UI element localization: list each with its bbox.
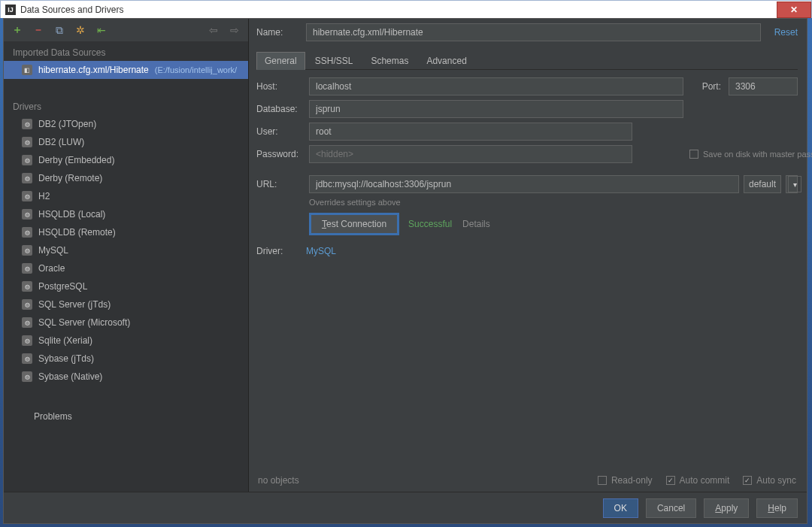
database-icon: ◍ bbox=[22, 263, 32, 274]
driver-label: HSQLDB (Remote) bbox=[38, 227, 116, 238]
settings-icon[interactable]: ✲ bbox=[74, 24, 86, 36]
remove-icon[interactable]: － bbox=[32, 24, 44, 36]
url-mode-dropdown-button[interactable]: ▾ bbox=[786, 175, 798, 193]
driver-row: Driver: MySQL bbox=[256, 246, 798, 256]
database-icon: ◍ bbox=[22, 227, 32, 238]
apply-button[interactable]: Apply bbox=[704, 498, 749, 518]
auto-sync-checkbox[interactable]: Auto sync bbox=[743, 475, 796, 486]
cancel-button[interactable]: Cancel bbox=[646, 498, 696, 518]
database-label: Database: bbox=[256, 104, 303, 114]
user-label: User: bbox=[256, 126, 303, 137]
app-icon: IJ bbox=[5, 5, 16, 15]
save-on-disk-checkbox[interactable] bbox=[689, 150, 698, 159]
auto-commit-checkbox[interactable]: Auto commit bbox=[666, 475, 730, 486]
dialog-body: ＋ － ⧉ ✲ ⇤ ⇦ ⇨ Imported Data Sources ◧ hi… bbox=[3, 18, 807, 524]
database-icon: ◍ bbox=[22, 155, 32, 165]
tab-schemas[interactable]: Schemas bbox=[362, 52, 417, 69]
add-icon[interactable]: ＋ bbox=[11, 24, 23, 36]
driver-label: Oracle bbox=[38, 263, 65, 274]
driver-item[interactable]: ◍Sybase (Native) bbox=[4, 368, 248, 386]
driver-item[interactable]: ◍MySQL bbox=[4, 241, 248, 259]
ok-button[interactable]: OK bbox=[603, 498, 638, 518]
forward-icon[interactable]: ⇨ bbox=[229, 24, 241, 36]
drivers-tree: ◍DB2 (JTOpen)◍DB2 (LUW)◍Derby (Embedded)… bbox=[4, 115, 248, 390]
database-icon: ◍ bbox=[22, 173, 32, 183]
driver-item[interactable]: ◍Sqlite (Xerial) bbox=[4, 332, 248, 350]
host-input[interactable] bbox=[309, 77, 683, 95]
test-connection-button[interactable]: Test Connection bbox=[311, 214, 398, 234]
footer-status: no objects Read-only Auto commit Auto sy… bbox=[256, 469, 798, 492]
data-source-item[interactable]: ◧ hibernate.cfg.xml/Hibernate (E:/fusion… bbox=[4, 61, 248, 79]
test-details-link[interactable]: Details bbox=[462, 219, 490, 229]
database-icon: ◍ bbox=[22, 209, 32, 220]
driver-label: SQL Server (jTds) bbox=[38, 299, 111, 310]
driver-item[interactable]: ◍DB2 (LUW) bbox=[4, 133, 248, 151]
driver-item[interactable]: ◍HSQLDB (Local) bbox=[4, 205, 248, 223]
password-input[interactable] bbox=[309, 145, 632, 163]
driver-label: DB2 (LUW) bbox=[38, 137, 84, 147]
window-title: Data Sources and Drivers bbox=[20, 5, 123, 15]
driver-link[interactable]: MySQL bbox=[306, 246, 336, 256]
host-label: Host: bbox=[256, 81, 303, 92]
tab-advanced[interactable]: Advanced bbox=[418, 52, 474, 69]
database-icon: ◍ bbox=[22, 119, 32, 129]
driver-item[interactable]: ◍Sybase (jTds) bbox=[4, 350, 248, 368]
url-hint: Overrides settings above bbox=[309, 198, 798, 207]
data-source-path: (E:/fusion/intellij_work/ bbox=[155, 65, 237, 74]
database-icon: ◍ bbox=[22, 245, 32, 256]
reset-link[interactable]: Reset bbox=[767, 27, 798, 38]
user-input[interactable] bbox=[309, 123, 632, 141]
test-result: Successful bbox=[408, 219, 452, 229]
section-imported: Imported Data Sources bbox=[4, 41, 248, 61]
url-input[interactable] bbox=[309, 175, 739, 193]
window-close-button[interactable]: ✕ bbox=[777, 2, 811, 18]
url-mode-select[interactable]: default bbox=[744, 175, 781, 193]
help-button[interactable]: Help bbox=[756, 498, 798, 518]
driver-item[interactable]: ◍DB2 (JTOpen) bbox=[4, 115, 248, 133]
dialog-content: ＋ － ⧉ ✲ ⇤ ⇦ ⇨ Imported Data Sources ◧ hi… bbox=[4, 19, 807, 492]
button-bar: OK Cancel Apply Help bbox=[4, 492, 807, 523]
read-only-checkbox[interactable]: Read-only bbox=[598, 475, 653, 486]
test-connection-row: Test Connection Successful Details bbox=[256, 214, 798, 234]
driver-item[interactable]: ◍Derby (Embedded) bbox=[4, 151, 248, 169]
name-label: Name: bbox=[256, 27, 300, 38]
driver-item[interactable]: ◍Oracle bbox=[4, 259, 248, 277]
sidebar: ＋ － ⧉ ✲ ⇤ ⇦ ⇨ Imported Data Sources ◧ hi… bbox=[4, 19, 249, 492]
import-icon[interactable]: ⇤ bbox=[95, 24, 108, 36]
driver-label: Sybase (Native) bbox=[38, 371, 102, 382]
no-objects: no objects bbox=[258, 475, 299, 486]
database-input[interactable] bbox=[309, 100, 683, 118]
driver-label: SQL Server (Microsoft) bbox=[38, 317, 130, 328]
driver-label: Sybase (jTds) bbox=[38, 353, 94, 364]
database-icon: ◍ bbox=[22, 137, 32, 147]
driver-label: HSQLDB (Local) bbox=[38, 209, 105, 220]
port-input[interactable] bbox=[729, 77, 798, 95]
driver-item[interactable]: ◍SQL Server (jTds) bbox=[4, 295, 248, 313]
name-row: Name: Reset bbox=[256, 23, 798, 41]
tab-ssh-ssl[interactable]: SSH/SSL bbox=[307, 52, 362, 69]
driver-label: H2 bbox=[38, 191, 50, 201]
database-icon: ◍ bbox=[22, 335, 32, 346]
database-icon: ◍ bbox=[22, 281, 32, 292]
database-icon: ◍ bbox=[22, 299, 32, 310]
name-input[interactable] bbox=[306, 23, 761, 41]
driver-item[interactable]: ◍HSQLDB (Remote) bbox=[4, 223, 248, 241]
url-mode-value: default bbox=[749, 179, 776, 189]
chevron-down-icon: ▾ bbox=[788, 176, 801, 192]
database-icon: ◍ bbox=[22, 317, 32, 328]
driver-label: Driver: bbox=[256, 246, 300, 256]
database-icon: ◍ bbox=[22, 371, 32, 382]
driver-item[interactable]: ◍SQL Server (Microsoft) bbox=[4, 313, 248, 332]
url-grid: URL: default ▾ Overrides settings above bbox=[256, 175, 798, 207]
copy-icon[interactable]: ⧉ bbox=[53, 24, 65, 36]
driver-item[interactable]: ◍H2 bbox=[4, 187, 248, 205]
datasource-icon: ◧ bbox=[22, 65, 32, 75]
url-label: URL: bbox=[256, 179, 303, 189]
database-icon: ◍ bbox=[22, 353, 32, 364]
driver-item[interactable]: ◍Derby (Remote) bbox=[4, 169, 248, 187]
tab-general[interactable]: General bbox=[256, 52, 305, 70]
problems-link[interactable]: Problems bbox=[4, 411, 248, 422]
driver-label: Derby (Remote) bbox=[38, 173, 102, 183]
driver-item[interactable]: ◍PostgreSQL bbox=[4, 277, 248, 295]
back-icon[interactable]: ⇦ bbox=[208, 24, 220, 36]
